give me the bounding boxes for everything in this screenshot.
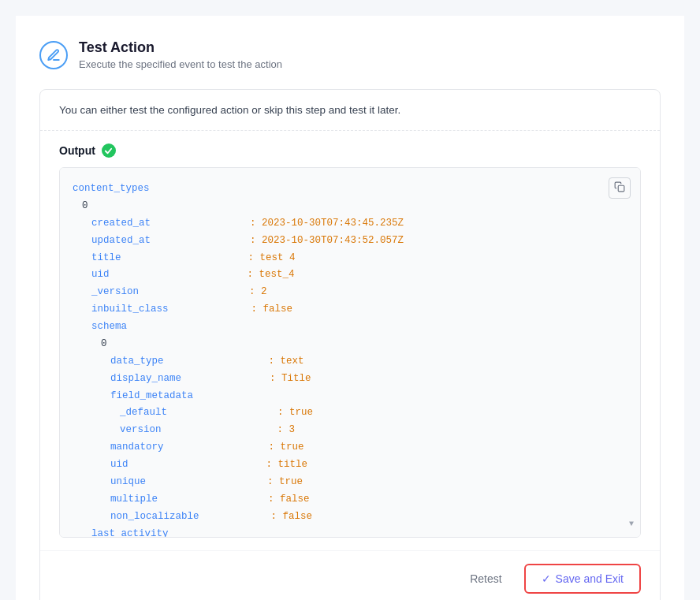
page-header: Test Action Execute the specified event … <box>39 39 661 70</box>
card-footer: Retest ✓ Save and Exit <box>40 550 660 600</box>
page-container: Test Action Execute the specified event … <box>16 16 684 600</box>
json-field-metadata: field_metadata <box>73 388 624 405</box>
save-exit-label: Save and Exit <box>556 572 624 585</box>
json-version: _version : 2 <box>73 284 624 301</box>
output-check-badge <box>102 143 116 158</box>
json-unique: unique : true <box>73 474 624 491</box>
json-uid2: uid : title <box>73 457 624 474</box>
json-last-activity: last_activity <box>73 526 624 539</box>
output-label-text: Output <box>59 144 95 157</box>
card-info: You can either test the configured actio… <box>40 90 660 131</box>
output-label: Output <box>59 143 641 158</box>
json-root-key: content_types <box>73 181 624 198</box>
json-inbuilt-class: inbuilt_class : false <box>73 301 624 319</box>
save-exit-check-icon: ✓ <box>542 572 551 585</box>
retest-button[interactable]: Retest <box>460 566 511 591</box>
json-default: _default : true <box>73 404 624 422</box>
header-text: Test Action Execute the specified event … <box>79 39 282 70</box>
json-multiple: multiple : false <box>73 491 624 509</box>
json-viewer[interactable]: content_types 0 created_at : 2023-10-30T… <box>59 167 641 538</box>
json-display-name: display_name : Title <box>73 371 624 388</box>
scroll-indicator: ▼ <box>629 517 634 531</box>
json-non-localizable: non_localizable : false <box>73 509 624 526</box>
page-title: Test Action <box>79 39 282 56</box>
json-fm-version: version : 3 <box>73 422 624 439</box>
json-schema-index: 0 <box>73 336 624 353</box>
json-updated-at: updated_at : 2023-10-30T07:43:52.057Z <box>73 233 624 250</box>
json-created-at: created_at : 2023-10-30T07:43:45.235Z <box>73 215 624 233</box>
json-mandatory: mandatory : true <box>73 439 624 457</box>
save-exit-button[interactable]: ✓ Save and Exit <box>524 564 641 594</box>
main-card: You can either test the configured actio… <box>39 89 661 600</box>
svg-rect-0 <box>618 185 624 192</box>
json-schema-key: schema <box>73 319 624 336</box>
json-data-type: data_type : text <box>73 353 624 371</box>
page-subtitle: Execute the specified event to test the … <box>79 58 282 70</box>
output-section: Output content_types <box>40 131 660 550</box>
json-title: title : test 4 <box>73 250 624 267</box>
json-index-0: 0 <box>73 198 624 215</box>
step-icon <box>39 41 68 69</box>
json-uid: uid : test_4 <box>73 266 624 284</box>
copy-button[interactable] <box>609 177 631 199</box>
